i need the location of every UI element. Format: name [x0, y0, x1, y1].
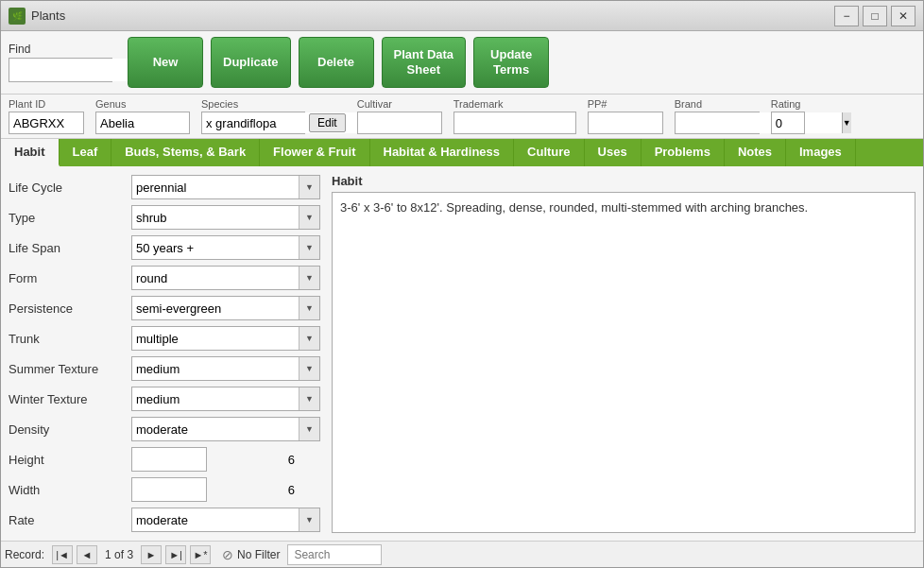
- tab-buds-stems-bark[interactable]: Buds, Stems, & Bark: [111, 139, 260, 166]
- duplicate-button[interactable]: Duplicate: [211, 37, 291, 88]
- cultivar-input[interactable]: [357, 112, 442, 134]
- rate-control[interactable]: ▼: [131, 508, 320, 532]
- record-label: Record:: [5, 548, 44, 561]
- form-dropdown-arrow[interactable]: ▼: [299, 267, 319, 289]
- summer-texture-input[interactable]: [132, 357, 299, 380]
- tab-images[interactable]: Images: [786, 139, 856, 166]
- maximize-button[interactable]: □: [863, 6, 887, 26]
- plant-data-sheet-button[interactable]: Plant DataSheet: [382, 37, 467, 88]
- height-control[interactable]: [131, 447, 207, 472]
- type-dropdown-arrow[interactable]: ▼: [299, 206, 319, 229]
- plant-id-input[interactable]: [9, 112, 84, 134]
- trunk-control[interactable]: ▼: [131, 326, 320, 351]
- summer-texture-row: Summer Texture ▼: [9, 355, 320, 382]
- genus-input[interactable]: [95, 112, 190, 134]
- life-span-input[interactable]: [132, 236, 299, 259]
- life-cycle-label: Life Cycle: [9, 181, 131, 195]
- brand-input[interactable]: [676, 112, 842, 133]
- persistence-input[interactable]: [132, 297, 299, 319]
- nav-prev-button[interactable]: ◄: [77, 545, 97, 564]
- tab-culture[interactable]: Culture: [514, 139, 585, 166]
- fields-bar: Plant ID Genus Species ▼ Edit Cultivar T…: [1, 95, 923, 139]
- life-cycle-control[interactable]: ▼: [131, 175, 320, 199]
- type-input[interactable]: [132, 206, 299, 229]
- form-control[interactable]: ▼: [131, 266, 320, 290]
- life-span-row: Life Span ▼: [9, 234, 320, 261]
- life-span-control[interactable]: ▼: [131, 235, 320, 260]
- delete-button[interactable]: Delete: [299, 37, 374, 88]
- density-dropdown-arrow[interactable]: ▼: [299, 418, 319, 440]
- height-input[interactable]: [132, 448, 299, 471]
- rate-input[interactable]: [132, 508, 299, 531]
- width-label: Width: [9, 483, 131, 497]
- trunk-dropdown-arrow[interactable]: ▼: [299, 327, 319, 350]
- pp-input[interactable]: [588, 112, 663, 134]
- window-title: Plants: [31, 9, 834, 23]
- winter-texture-input[interactable]: [132, 387, 299, 410]
- life-span-label: Life Span: [9, 241, 131, 255]
- life-cycle-dropdown-arrow[interactable]: ▼: [299, 176, 319, 198]
- life-span-dropdown-arrow[interactable]: ▼: [299, 236, 319, 259]
- title-bar: 🌿 Plants − □ ✕: [1, 1, 923, 31]
- summer-texture-control[interactable]: ▼: [131, 356, 320, 381]
- form-label: Form: [9, 271, 131, 285]
- trademark-label: Trademark: [453, 98, 576, 110]
- form-input[interactable]: [132, 267, 299, 289]
- density-label: Density: [9, 422, 131, 437]
- rate-label: Rate: [9, 513, 131, 527]
- tab-uses[interactable]: Uses: [585, 139, 642, 166]
- width-input[interactable]: [132, 478, 299, 501]
- width-control[interactable]: [131, 477, 207, 502]
- filter-section: ⊘ No Filter: [222, 547, 280, 562]
- cultivar-group: Cultivar: [357, 98, 442, 134]
- nav-next-button[interactable]: ►: [141, 545, 162, 564]
- genus-label: Genus: [95, 98, 190, 110]
- minimize-button[interactable]: −: [834, 6, 859, 26]
- nav-last-button[interactable]: ►|: [165, 545, 186, 564]
- width-row: Width: [9, 476, 320, 503]
- trunk-input[interactable]: [132, 327, 299, 350]
- tab-habitat-hardiness[interactable]: Habitat & Hardiness: [370, 139, 515, 166]
- persistence-dropdown-arrow[interactable]: ▼: [299, 297, 319, 319]
- persistence-control[interactable]: ▼: [131, 296, 320, 320]
- nav-first-button[interactable]: |◄: [52, 545, 73, 564]
- nav-new-button[interactable]: ►*: [190, 545, 211, 564]
- plant-id-label: Plant ID: [9, 98, 84, 110]
- update-terms-button[interactable]: UpdateTerms: [473, 37, 549, 88]
- density-control[interactable]: ▼: [131, 417, 320, 441]
- type-row: Type ▼: [9, 204, 320, 231]
- life-cycle-input[interactable]: [132, 176, 299, 198]
- summer-texture-dropdown-arrow[interactable]: ▼: [299, 357, 319, 380]
- rating-label: Rating: [771, 98, 805, 110]
- winter-texture-dropdown-arrow[interactable]: ▼: [299, 387, 319, 410]
- tab-notes[interactable]: Notes: [725, 139, 786, 166]
- tab-problems[interactable]: Problems: [642, 139, 725, 166]
- find-combo[interactable]: ▼: [9, 58, 112, 82]
- rating-group: Rating: [771, 98, 805, 134]
- habit-text-panel: Habit 3-6' x 3-6' to 8x12'. Spreading, d…: [332, 174, 915, 533]
- type-control[interactable]: ▼: [131, 205, 320, 230]
- window-controls: − □ ✕: [834, 6, 915, 26]
- main-content: Life Cycle ▼ Type ▼ Life Span ▼: [1, 166, 923, 541]
- status-bar: Record: |◄ ◄ 1 of 3 ► ►| ►* ⊘ No Filter: [1, 541, 923, 567]
- tab-leaf[interactable]: Leaf: [60, 139, 112, 166]
- search-input[interactable]: [287, 544, 382, 565]
- tab-flower-fruit[interactable]: Flower & Fruit: [260, 139, 369, 166]
- habit-text-box[interactable]: 3-6' x 3-6' to 8x12'. Spreading, dense, …: [332, 192, 915, 533]
- density-input[interactable]: [132, 418, 299, 440]
- find-section: Find ▼: [9, 43, 112, 82]
- brand-dropdown-arrow[interactable]: ▼: [842, 112, 851, 133]
- filter-icon: ⊘: [222, 547, 233, 562]
- winter-texture-control[interactable]: ▼: [131, 387, 320, 411]
- edit-species-button[interactable]: Edit: [309, 113, 346, 132]
- rating-input[interactable]: [771, 112, 805, 134]
- winter-texture-label: Winter Texture: [9, 392, 131, 406]
- trunk-row: Trunk ▼: [9, 325, 320, 352]
- new-button[interactable]: New: [128, 37, 203, 88]
- app-icon: 🌿: [9, 8, 26, 25]
- tabs-bar: Habit Leaf Buds, Stems, & Bark Flower & …: [1, 139, 923, 166]
- rate-dropdown-arrow[interactable]: ▼: [299, 508, 319, 531]
- close-button[interactable]: ✕: [891, 6, 915, 26]
- tab-habit[interactable]: Habit: [1, 139, 60, 166]
- trademark-input[interactable]: [453, 112, 576, 134]
